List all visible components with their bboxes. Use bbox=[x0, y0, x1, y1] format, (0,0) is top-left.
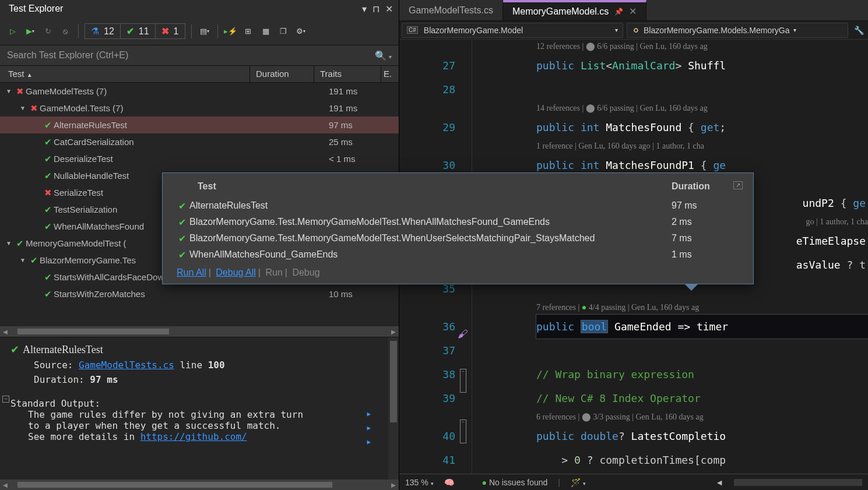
pin-icon[interactable]: 📌 bbox=[614, 8, 623, 16]
search-bar[interactable]: Search Test Explorer (Ctrl+E) 🔍 ▾ bbox=[0, 45, 399, 65]
zoom-level[interactable]: 135 % ▾ bbox=[405, 478, 434, 487]
failed-count[interactable]: ✖1 bbox=[156, 24, 185, 38]
col-duration[interactable]: Duration bbox=[250, 66, 314, 82]
test-explorer-toolbar: ▷ ▶▾ ↻ ⦸ ⚗12 ✔11 ✖1 ▤▾ ▸⚡ ⊞ ▦ ❐ ⚙▾ bbox=[0, 17, 399, 45]
test-row[interactable]: ✔StartsWithZeroMatches10 ms bbox=[0, 285, 399, 302]
popup-row[interactable]: ✔BlazorMemoryGame.Test.MemoryGameModelTe… bbox=[174, 214, 742, 230]
github-link[interactable]: https://github.com/ bbox=[140, 431, 247, 442]
test-row[interactable]: ▼✖GameModel.Tests (7)191 ms bbox=[0, 100, 399, 117]
editor-tabs: GameModelTests.cs MemoryGameModel.cs 📌 ✕ bbox=[399, 0, 868, 21]
fold-icon[interactable]: − bbox=[460, 420, 466, 443]
run-all-link[interactable]: Run All bbox=[177, 267, 206, 277]
pin-icon[interactable]: ⊓ bbox=[372, 3, 379, 15]
tab-memorygamemodel[interactable]: MemoryGameModel.cs 📌 ✕ bbox=[503, 0, 646, 20]
search-placeholder: Search Test Explorer (Ctrl+E) bbox=[7, 50, 128, 61]
playlist-button[interactable]: ▤▾ bbox=[198, 24, 212, 38]
run-all-button[interactable]: ▷ bbox=[6, 24, 20, 38]
col-traits[interactable]: Traits bbox=[314, 66, 381, 82]
crumb-namespace[interactable]: C# BlazorMemoryGame.Model ▾ bbox=[402, 23, 623, 38]
total-count[interactable]: ⚗12 bbox=[85, 24, 121, 38]
popout-icon[interactable]: ↗ bbox=[733, 181, 743, 189]
flash-button[interactable]: ▸⚡ bbox=[224, 24, 238, 38]
hscroll-left[interactable]: ◄ bbox=[715, 478, 723, 487]
detail-hscroll[interactable]: ◄ ► bbox=[0, 480, 399, 490]
hscroll[interactable]: ◄ ► bbox=[0, 326, 399, 337]
brain-icon[interactable]: 🧠 bbox=[444, 478, 454, 487]
source-link[interactable]: GameModelTests.cs bbox=[79, 359, 174, 371]
col-test[interactable]: Test ▲ bbox=[0, 66, 250, 82]
settings-button[interactable]: ⚙▾ bbox=[294, 24, 308, 38]
tab-gamemodeltests[interactable]: GameModelTests.cs bbox=[399, 0, 503, 20]
close-icon[interactable]: ✕ bbox=[629, 6, 637, 17]
codelens-popup: ↗ Test Duration ✔AlternateRulesTest97 ms… bbox=[162, 172, 754, 284]
repeat-button[interactable]: ↻ bbox=[41, 24, 55, 38]
columns-header: Test ▲ Duration Traits E. bbox=[0, 65, 399, 83]
test-row[interactable]: ▼✖GameModelTests (7)191 ms bbox=[0, 83, 399, 100]
crumb-class[interactable]: ⭘ BlazorMemoryGame.Models.MemoryGa ▾ bbox=[627, 23, 848, 38]
test-row[interactable]: ✔DeserializeTest< 1 ms bbox=[0, 150, 399, 167]
fold-icon[interactable]: − bbox=[460, 369, 466, 393]
test-counts: ⚗12 ✔11 ✖1 bbox=[85, 23, 185, 39]
group-button[interactable]: ⊞ bbox=[241, 24, 255, 38]
search-icon[interactable]: 🔍 bbox=[375, 51, 386, 61]
panel-title: Test Explorer bbox=[9, 3, 63, 14]
test-row[interactable]: ✔CatCardSerialization25 ms bbox=[0, 133, 399, 150]
detail-name: AlternateRulesTest bbox=[23, 344, 103, 356]
popup-row[interactable]: ✔WhenAllMatchesFound_GameEnds1 ms bbox=[174, 246, 742, 263]
popup-col-test: Test bbox=[174, 181, 672, 192]
col-error[interactable]: E. bbox=[381, 66, 399, 82]
columns-button[interactable]: ▦ bbox=[259, 24, 273, 38]
breadcrumb: C# BlazorMemoryGame.Model ▾ ⭘ BlazorMemo… bbox=[399, 21, 868, 40]
stdout-label: Standard Output: bbox=[10, 398, 388, 409]
popup-actions: Run All| Debug All| Run| Debug bbox=[174, 267, 742, 278]
test-row[interactable]: ✔AlternateRulesTest97 ms bbox=[0, 117, 399, 133]
popup-col-duration: Duration bbox=[672, 181, 742, 192]
status-bar: 135 % ▾ 🧠 ● No issues found | 🪄 ▾ ◄ bbox=[399, 474, 868, 490]
close-icon[interactable]: ✕ bbox=[385, 3, 393, 15]
dropdown-icon[interactable]: ▾ bbox=[362, 3, 367, 15]
windows-button[interactable]: ❐ bbox=[276, 24, 290, 38]
collapse-icon[interactable]: − bbox=[2, 396, 9, 403]
popup-row[interactable]: ✔BlazorMemoryGame.Test.MemoryGameModelTe… bbox=[174, 230, 742, 246]
run-link: Run bbox=[265, 267, 282, 277]
run-button[interactable]: ▶▾ bbox=[23, 24, 37, 38]
passed-count[interactable]: ✔11 bbox=[121, 24, 156, 38]
wand-icon[interactable]: 🪄 ▾ bbox=[571, 478, 586, 487]
test-explorer-header: Test Explorer ▾ ⊓ ✕ bbox=[0, 0, 399, 17]
stop-button[interactable]: ⦸ bbox=[58, 24, 72, 38]
test-detail: ✔ AlternateRulesTest Source: GameModelTe… bbox=[0, 337, 399, 480]
debug-all-link[interactable]: Debug All bbox=[216, 267, 256, 277]
debug-link: Debug bbox=[292, 267, 319, 277]
popup-row[interactable]: ✔AlternateRulesTest97 ms bbox=[174, 198, 742, 214]
wrench-icon[interactable]: 🔧 bbox=[852, 23, 866, 37]
issues-indicator[interactable]: ● No issues found bbox=[482, 478, 548, 487]
